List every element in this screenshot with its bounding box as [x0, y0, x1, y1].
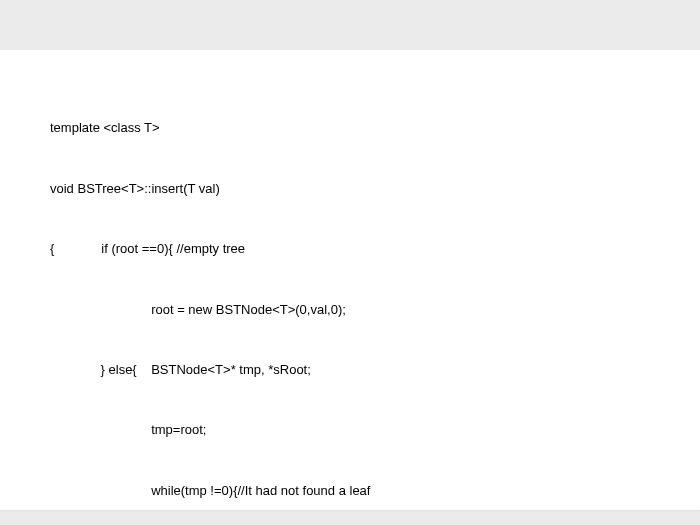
code-line: } else{ BSTNode<T>* tmp, *sRoot;	[50, 360, 650, 380]
code-line: { if (root ==0){ //empty tree	[50, 239, 650, 259]
slide-container: template <class T> void BSTree<T>::inser…	[0, 0, 700, 525]
slide: template <class T> void BSTree<T>::inser…	[0, 50, 700, 510]
code-block: template <class T> void BSTree<T>::inser…	[50, 78, 650, 525]
code-line: root = new BSTNode<T>(0,val,0);	[50, 300, 650, 320]
code-line: template <class T>	[50, 118, 650, 138]
code-line: void BSTree<T>::insert(T val)	[50, 179, 650, 199]
code-line: while(tmp !=0){//It had not found a leaf	[50, 481, 650, 501]
code-line: tmp=root;	[50, 420, 650, 440]
